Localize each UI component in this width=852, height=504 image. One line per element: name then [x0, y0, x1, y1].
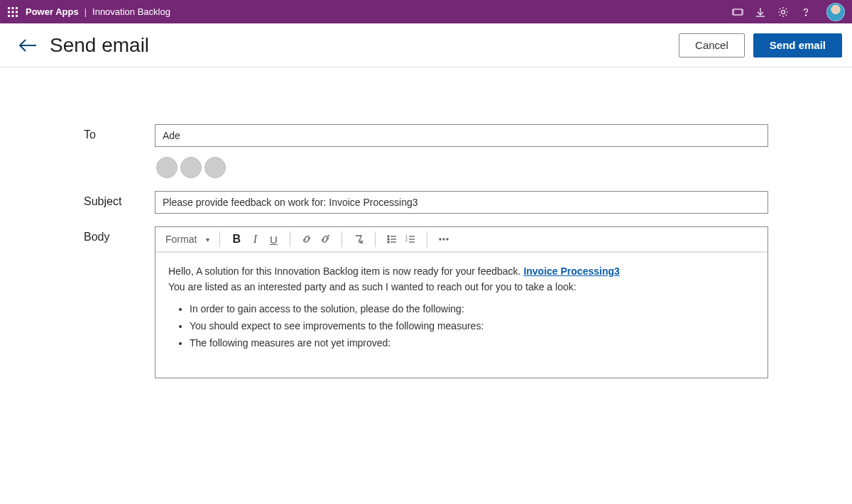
italic-button[interactable]: I	[246, 230, 264, 248]
recipient-avatar[interactable]	[204, 157, 226, 178]
toolbar-separator	[219, 231, 220, 247]
svg-text:2: 2	[405, 238, 408, 242]
rich-text-editor: Format B I U	[155, 226, 768, 378]
command-bar: Send email Cancel Send email	[0, 23, 852, 67]
subject-input[interactable]	[155, 191, 768, 214]
header-actions	[731, 3, 845, 21]
app-launcher-icon[interactable]	[4, 4, 21, 21]
recipient-avatar[interactable]	[156, 157, 178, 178]
fit-screen-icon[interactable]	[731, 6, 744, 18]
help-icon[interactable]	[799, 6, 812, 18]
body-bullet: You should expect to see improvements to…	[190, 319, 755, 334]
to-row: To	[84, 124, 768, 178]
svg-rect-3	[8, 11, 10, 13]
subject-label: Subject	[84, 191, 155, 208]
format-dropdown[interactable]: Format	[165, 234, 212, 245]
svg-point-30	[443, 239, 444, 240]
svg-point-20	[388, 241, 389, 243]
toolbar-separator	[427, 231, 427, 247]
body-label: Body	[84, 226, 155, 243]
link-icon[interactable]	[297, 230, 316, 248]
svg-rect-8	[16, 15, 18, 17]
email-form: To Subject Body Format	[0, 67, 852, 378]
recipient-avatar[interactable]	[180, 157, 202, 178]
svg-rect-7	[12, 15, 14, 17]
bold-button[interactable]: B	[227, 230, 246, 248]
body-row: Body Format B I U	[84, 226, 768, 378]
to-label: To	[84, 124, 155, 141]
svg-point-31	[447, 239, 448, 240]
toolbar-separator	[342, 231, 342, 247]
svg-rect-2	[16, 7, 18, 9]
bullet-list-icon[interactable]	[383, 230, 401, 248]
brand-separator: |	[84, 6, 87, 17]
svg-rect-4	[12, 11, 14, 13]
clear-format-icon[interactable]	[349, 230, 368, 248]
svg-line-17	[328, 235, 329, 236]
svg-rect-6	[8, 15, 10, 17]
svg-point-29	[439, 239, 441, 240]
svg-rect-5	[16, 11, 18, 13]
body-bullet: The following measures are not yet impro…	[190, 336, 755, 351]
underline-button[interactable]: U	[264, 230, 283, 248]
subject-row: Subject	[84, 191, 768, 214]
svg-point-19	[388, 239, 389, 240]
toolbar-separator	[290, 231, 290, 247]
back-button[interactable]	[14, 32, 41, 59]
to-input[interactable]	[155, 124, 768, 147]
unlink-icon[interactable]	[316, 230, 334, 248]
numbered-list-icon[interactable]: 12	[401, 230, 420, 248]
body-line2: You are listed as an interested party an…	[168, 280, 755, 295]
settings-gear-icon[interactable]	[777, 6, 790, 18]
app-name-label[interactable]: Innovation Backlog	[92, 6, 170, 17]
more-options-icon[interactable]	[435, 230, 453, 248]
svg-point-14	[782, 10, 785, 13]
toolbar-separator	[375, 231, 376, 247]
user-avatar[interactable]	[826, 3, 845, 21]
recipient-avatars	[156, 157, 768, 178]
body-item-link[interactable]: Invoice Processing3	[523, 265, 619, 277]
download-icon[interactable]	[754, 6, 767, 18]
svg-point-18	[388, 236, 389, 237]
svg-rect-9	[733, 9, 742, 15]
editor-toolbar: Format B I U	[155, 227, 768, 253]
editor-body[interactable]: Hello, A solution for this Innovation Ba…	[155, 253, 768, 378]
body-bullet-list: In order to gain access to the solution,…	[190, 302, 755, 351]
body-greeting: Hello, A solution for this Innovation Ba…	[168, 265, 523, 277]
page-title: Send email	[50, 34, 149, 57]
svg-point-15	[805, 14, 806, 15]
svg-rect-0	[8, 7, 10, 9]
send-email-button[interactable]: Send email	[753, 33, 842, 57]
svg-rect-1	[12, 7, 14, 9]
brand-label[interactable]: Power Apps	[26, 6, 79, 17]
global-header: Power Apps | Innovation Backlog	[0, 0, 852, 23]
cancel-button[interactable]: Cancel	[679, 33, 745, 57]
body-bullet: In order to gain access to the solution,…	[190, 302, 755, 317]
